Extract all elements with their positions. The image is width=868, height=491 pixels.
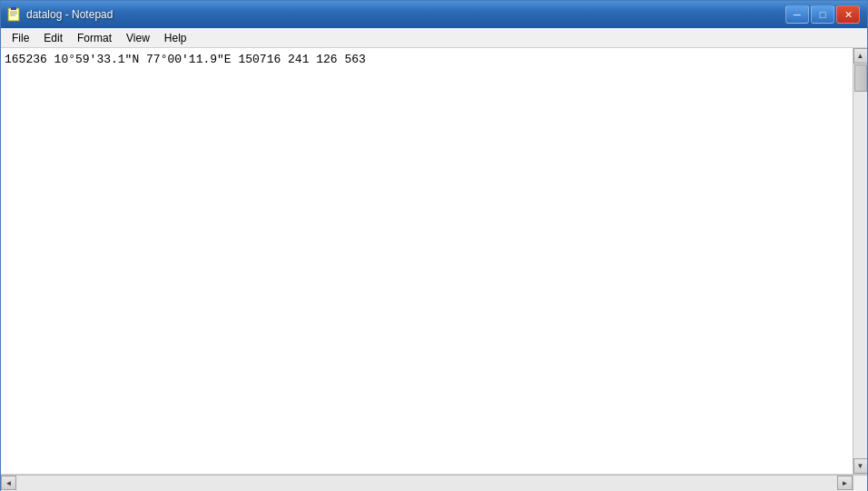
menu-view[interactable]: View xyxy=(119,28,157,47)
horizontal-scrollbar: ◄ ► xyxy=(1,475,853,491)
notepad-icon xyxy=(6,7,21,22)
maximize-button[interactable]: □ xyxy=(811,5,834,24)
menu-edit[interactable]: Edit xyxy=(36,28,70,47)
scroll-down-button[interactable]: ▼ xyxy=(853,458,868,474)
title-bar: datalog - Notepad ─ □ ✕ xyxy=(1,1,867,28)
minimize-button[interactable]: ─ xyxy=(785,5,809,24)
title-bar-left: datalog - Notepad xyxy=(6,7,113,22)
scroll-thumb-v[interactable] xyxy=(854,64,867,92)
scroll-track-h[interactable] xyxy=(16,476,837,491)
menu-file[interactable]: File xyxy=(5,28,36,47)
content-area: ▲ ▼ xyxy=(1,48,867,474)
scroll-track-v[interactable] xyxy=(853,64,867,458)
scroll-right-button[interactable]: ► xyxy=(837,476,853,490)
window-title: datalog - Notepad xyxy=(26,8,113,21)
scrollbar-corner xyxy=(853,475,867,491)
vertical-scrollbar: ▲ ▼ xyxy=(853,48,867,474)
scroll-left-button[interactable]: ◄ xyxy=(1,476,16,490)
svg-rect-0 xyxy=(8,8,19,21)
bottom-bar: ◄ ► xyxy=(1,474,867,490)
menu-bar: File Edit Format View Help xyxy=(1,28,867,48)
menu-help[interactable]: Help xyxy=(157,28,194,47)
text-area-wrapper xyxy=(1,48,853,474)
menu-format[interactable]: Format xyxy=(70,28,119,47)
notepad-window: datalog - Notepad ─ □ ✕ File Edit Format… xyxy=(0,0,868,491)
close-button[interactable]: ✕ xyxy=(836,5,860,24)
title-bar-buttons: ─ □ ✕ xyxy=(785,5,860,24)
text-editor[interactable] xyxy=(1,48,853,474)
svg-rect-4 xyxy=(11,7,16,10)
scroll-up-button[interactable]: ▲ xyxy=(853,48,868,64)
